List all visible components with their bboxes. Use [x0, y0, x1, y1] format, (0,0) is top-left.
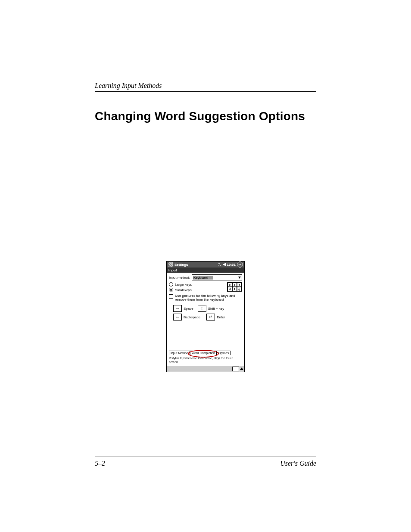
document-page: Learning Input Methods Changing Word Sug… — [0, 0, 411, 532]
key-cell: d — [227, 287, 232, 291]
settings-body: Input method: Keyboard Large keys — [167, 273, 244, 366]
section-label: Learning Input Methods — [95, 82, 316, 92]
gesture-enter-icon: ↵ — [206, 314, 215, 320]
gesture-space-icon: → — [173, 305, 182, 312]
key-cell: f — [232, 287, 237, 291]
screen-title: Input — [167, 268, 244, 273]
sip-bar — [167, 366, 244, 372]
align-link[interactable]: align — [214, 357, 220, 360]
gesture-shift-icon: ↕ — [198, 305, 206, 312]
key-cell: e — [227, 283, 232, 287]
tab-word-completion[interactable]: Word Completion — [190, 351, 217, 355]
input-method-row: Input method: Keyboard — [169, 274, 242, 280]
tab-options[interactable]: Options — [217, 351, 230, 355]
gesture-enter: ↵ Enter — [206, 314, 225, 320]
hint-text-a: If stylus taps become inaccurate, — [169, 357, 214, 360]
key-cell: t — [237, 283, 242, 287]
speaker-icon[interactable] — [223, 263, 226, 266]
sip-up-icon[interactable] — [240, 367, 243, 370]
gesture-backspace: ← Backspace — [173, 314, 200, 320]
gesture-backspace-icon: ← — [173, 314, 182, 320]
small-keys-label: Small keys — [175, 288, 192, 292]
ok-button-label: ok — [238, 263, 241, 266]
gesture-enter-label: Enter — [217, 315, 225, 319]
input-method-value: Keyboard — [193, 276, 213, 280]
key-sample-grid: e r t d f g — [227, 282, 242, 292]
gesture-checkbox-label: Use gestures for the following keys and … — [175, 294, 242, 302]
radio-icon — [169, 282, 173, 286]
tab-input-method[interactable]: Input Method — [169, 351, 190, 355]
checkbox-icon — [169, 294, 173, 299]
align-hint: If stylus taps become inaccurate, align … — [169, 357, 242, 364]
pocketpc-window: Settings x 10:51 ok Input Input method: … — [166, 261, 245, 372]
key-cell: g — [237, 287, 242, 291]
page-heading: Changing Word Suggestion Options — [95, 109, 316, 123]
clock-time: 10:51 — [227, 263, 236, 267]
input-method-label: Input method: — [169, 276, 190, 280]
gesture-checkbox-row[interactable]: Use gestures for the following keys and … — [169, 294, 242, 302]
keyboard-icon[interactable] — [232, 367, 239, 371]
footer-guide-label: User's Guide — [280, 460, 316, 467]
gesture-shift-label: Shift + key — [208, 307, 224, 311]
gesture-backspace-label: Backspace — [184, 315, 200, 319]
connectivity-icon[interactable]: x — [218, 263, 221, 267]
large-keys-label: Large keys — [175, 283, 192, 286]
titlebar-label: Settings — [174, 263, 188, 267]
titlebar: Settings x 10:51 ok — [167, 261, 244, 268]
input-method-dropdown[interactable]: Keyboard — [192, 274, 242, 280]
small-keys-option[interactable]: Small keys — [169, 288, 192, 292]
start-logo-icon[interactable] — [168, 262, 173, 267]
svg-text:x: x — [220, 264, 221, 267]
page-number: 5–2 — [95, 460, 105, 467]
large-keys-option[interactable]: Large keys — [169, 282, 192, 286]
tab-strip: Input Method Word Completion Options — [169, 351, 242, 355]
chevron-down-icon — [238, 277, 241, 279]
radio-selected-icon — [169, 288, 173, 292]
figure-container: Settings x 10:51 ok Input Input method: … — [95, 261, 316, 372]
page-footer: 5–2 User's Guide — [95, 457, 316, 467]
gesture-space-label: Space — [184, 307, 193, 311]
key-cell: r — [232, 283, 237, 287]
gesture-space: → Space — [173, 305, 193, 312]
gesture-shift: ↕ Shift + key — [198, 305, 224, 312]
ok-button[interactable]: ok — [237, 261, 243, 268]
